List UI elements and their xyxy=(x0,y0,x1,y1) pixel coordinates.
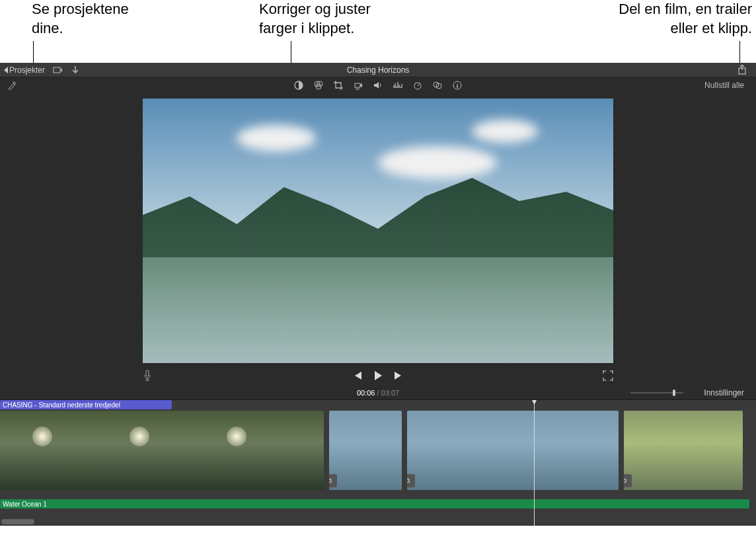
inspector-toolbar: Nullstill alle xyxy=(0,77,756,93)
svg-rect-6 xyxy=(355,83,360,87)
voiceover-mic-icon[interactable] xyxy=(143,370,152,382)
speed-icon[interactable] xyxy=(412,80,423,91)
prev-frame-button[interactable] xyxy=(352,371,363,380)
playhead[interactable] xyxy=(534,400,535,526)
video-track: ⧉ ⧉ ⧉ xyxy=(0,411,756,490)
projects-label: Prosjekter xyxy=(9,65,45,75)
audio-clip[interactable]: Water Ocean 1 xyxy=(0,499,749,509)
download-icon[interactable] xyxy=(71,65,79,75)
viewer-panel xyxy=(0,93,756,386)
callout-color: Korriger og justerfarger i klippet. xyxy=(259,0,371,38)
reset-all-button[interactable]: Nullstill alle xyxy=(704,81,744,90)
transition-icon[interactable]: ⧉ xyxy=(624,474,632,487)
timeline-zoom-slider[interactable] xyxy=(630,389,683,397)
crop-icon[interactable] xyxy=(333,80,344,91)
timeline-panel[interactable]: CHASING - Standard nederste tredjedel ⧉ … xyxy=(0,400,756,526)
video-clip[interactable] xyxy=(0,411,324,490)
clip-filter-icon[interactable] xyxy=(432,80,443,91)
next-frame-button[interactable] xyxy=(393,371,404,380)
top-toolbar: Prosjekter Chasing Horizons xyxy=(0,63,756,77)
svg-rect-0 xyxy=(54,67,60,73)
projects-back-button[interactable]: Prosjekter xyxy=(4,65,45,75)
video-clip[interactable]: ⧉ xyxy=(407,411,619,490)
chevron-left-icon xyxy=(4,67,8,73)
timecode-display: 00:06 / 03:07 xyxy=(357,389,399,397)
volume-icon[interactable] xyxy=(373,80,383,91)
noise-reduction-icon[interactable] xyxy=(393,80,403,91)
timecode-row: 00:06 / 03:07 Innstillinger xyxy=(0,386,756,400)
settings-button[interactable]: Innstillinger xyxy=(704,388,744,397)
timeline-scrollbar[interactable] xyxy=(1,519,34,524)
fullscreen-button[interactable] xyxy=(603,370,613,381)
svg-rect-11 xyxy=(146,370,149,376)
transition-icon[interactable]: ⧉ xyxy=(329,474,337,487)
color-correction-icon[interactable] xyxy=(313,80,324,91)
stabilize-icon[interactable] xyxy=(353,80,363,91)
project-title: Chasing Horizons xyxy=(347,65,410,75)
media-import-icon[interactable] xyxy=(53,65,63,75)
callout-projects: Se prosjektenedine. xyxy=(32,0,129,38)
title-clip[interactable]: CHASING - Standard nederste tredjedel xyxy=(0,400,172,409)
callout-share: Del en film, en trailereller et klipp. xyxy=(619,0,752,38)
magic-wand-icon[interactable] xyxy=(7,80,17,91)
share-button[interactable] xyxy=(737,64,747,75)
play-button[interactable] xyxy=(373,370,383,381)
imovie-app-window: Prosjekter Chasing Horizons xyxy=(0,63,756,526)
info-icon[interactable] xyxy=(452,80,463,91)
playback-controls-row xyxy=(143,366,613,386)
color-balance-icon[interactable] xyxy=(293,80,304,91)
video-clip[interactable]: ⧉ xyxy=(624,411,743,490)
video-clip[interactable]: ⧉ xyxy=(329,411,402,490)
preview-viewport[interactable] xyxy=(143,99,613,363)
transition-icon[interactable]: ⧉ xyxy=(407,474,415,487)
